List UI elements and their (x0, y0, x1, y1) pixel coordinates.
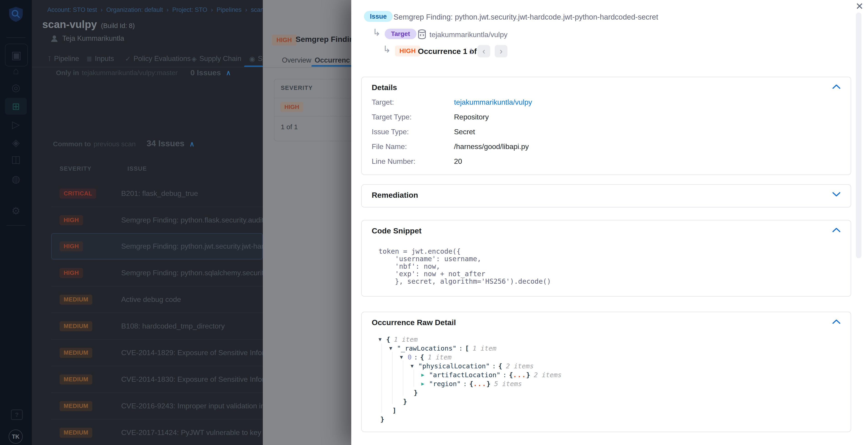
layers-icon: ◫ (11, 154, 21, 165)
item-count: 2 items (506, 362, 534, 370)
tab-security-tests[interactable]: ◉ S (249, 55, 262, 63)
item-count: 5 items (494, 380, 522, 388)
issues-table-header: SEVERITY ISSUE (60, 165, 147, 172)
breadcrumb: Account: STO test›Organization: default›… (47, 6, 263, 13)
code-snippet: token = jwt.encode({ 'username': usernam… (378, 247, 551, 285)
collapsed-ellipsis[interactable]: ... (513, 371, 526, 379)
section-title: Details (372, 83, 397, 92)
tab-label: S (258, 55, 262, 63)
tree-line: } (378, 415, 562, 424)
breadcrumb-pipelines-link[interactable]: Pipelines (217, 6, 242, 13)
expand-arrow-icon[interactable]: ▼ (400, 354, 408, 360)
brace: { (386, 335, 390, 343)
breadcrumb-separator: › (101, 6, 103, 13)
expand-arrow-icon[interactable]: ▼ (378, 336, 386, 342)
issue-title: CVE-2017-11424: PyJWT vulnerable to key … (121, 428, 263, 437)
table-row[interactable]: MEDIUM CVE-2017-11424: PyJWT vulnerable … (51, 419, 263, 445)
code-snippet-card: Code Snippet token = jwt.encode({ 'usern… (361, 220, 851, 297)
severity-badge[interactable]: HIGH (280, 102, 303, 112)
table-row[interactable]: HIGH Semgrep Finding: python.flask.secur… (51, 207, 263, 233)
tree-line: ▶"region":{...}5 items (378, 379, 562, 388)
column-issue: ISSUE (128, 165, 147, 172)
module-selector-button[interactable]: ▣ (5, 44, 28, 66)
chevron-down-icon[interactable] (832, 191, 841, 197)
target-link[interactable]: tejakummarikuntla/vulpy (454, 98, 532, 107)
common-to-sub: previous scan (94, 140, 136, 148)
detail-label: Target Type: (372, 113, 454, 121)
issue-drawer: HIGH Semgrep Findin Overview Occurrenc S… (263, 0, 351, 445)
sidebar-item-settings[interactable]: ⚙ (0, 206, 32, 216)
issue-title: B108: hardcoded_tmp_directory (121, 322, 225, 330)
sidebar-item-targets[interactable]: ◈ (0, 138, 32, 148)
close-icon[interactable]: ✕ (856, 1, 864, 12)
sidebar-item-test-targets[interactable]: ◫ (0, 154, 32, 164)
brace: { (469, 380, 473, 388)
sidebar-item-pipelines-active[interactable]: ⊞ (5, 98, 27, 115)
table-row[interactable]: MEDIUM Active debug code (51, 286, 263, 313)
expand-arrow-icon[interactable]: ▼ (389, 345, 397, 351)
collapsed-ellipsis[interactable]: ... (473, 380, 487, 388)
json-key: "artifactLocation" (429, 371, 500, 379)
tab-policy-evaluations[interactable]: ✓ Policy Evaluations (125, 55, 191, 63)
breadcrumb-account-link[interactable]: Account: STO test (47, 6, 97, 13)
pipeline-icon: ⊞ (12, 101, 20, 112)
bracket: [ (465, 345, 469, 352)
collapse-arrow-icon[interactable]: ▶ (421, 381, 429, 387)
sidebar-item-getting-started[interactable]: ◍ (0, 174, 32, 184)
sidebar-item-scans[interactable]: ◎ (0, 83, 32, 93)
tree-line: } (378, 388, 562, 397)
expand-arrow-icon[interactable]: ▼ (411, 363, 418, 369)
column-severity: SEVERITY (281, 84, 313, 91)
chevron-up-icon[interactable] (832, 227, 841, 233)
tab-supply-chain[interactable]: ◈ Supply Chain (191, 55, 241, 63)
occurrence-detail-modal: ✕ Issue Semgrep Finding: python.jwt.secu… (351, 0, 868, 445)
sidebar-item-home[interactable]: ⌂ (0, 66, 32, 76)
detail-row: File Name: /harness/good/libapi.py (372, 139, 841, 154)
table-row[interactable]: MEDIUM CVE-2014-1830: Exposure of Sensit… (51, 366, 263, 392)
modal-scrollbar[interactable] (856, 12, 861, 258)
table-row-selected[interactable]: HIGH Semgrep Finding: python.jwt.securit… (51, 233, 263, 259)
collapse-chevron-icon[interactable]: ∧ (189, 140, 194, 148)
target-badge: Target (385, 29, 416, 39)
table-row[interactable]: MEDIUM CVE-2016-9243: Improper input val… (51, 392, 263, 419)
table-row[interactable]: HIGH Semgrep Finding: python.sqlalchemy.… (51, 259, 263, 286)
json-tree: ▼{1 item ▼"_rawLocations":[1 item ▼0:{1 … (378, 335, 562, 424)
detail-value: 20 (454, 157, 462, 166)
sidebar-item-executions[interactable]: ▷ (0, 119, 32, 129)
occurrence-total: 1 (469, 47, 473, 56)
tab-inputs[interactable]: ≣ Inputs (86, 55, 114, 63)
table-row[interactable]: CRITICAL B201: flask_debug_true (51, 180, 263, 207)
table-row[interactable]: MEDIUM CVE-2014-1829: Exposure of Sensit… (51, 339, 263, 366)
breadcrumb-org-link[interactable]: Organization: default (106, 6, 163, 13)
tab-overview[interactable]: Overview (282, 56, 311, 64)
chevron-up-icon[interactable] (832, 319, 841, 324)
item-count: 2 items (534, 371, 562, 379)
tab-occurrences[interactable]: Occurrenc (315, 56, 350, 64)
colon: : (490, 362, 498, 370)
collapse-arrow-icon[interactable]: ▶ (421, 372, 429, 378)
chevron-right-icon: › (500, 47, 503, 56)
help-button[interactable]: ? (11, 410, 23, 420)
collapse-chevron-icon[interactable]: ∧ (226, 69, 231, 77)
chevron-up-icon[interactable] (832, 84, 841, 89)
issue-title: CVE-2014-1829: Exposure of Sensitive Inf… (121, 349, 263, 357)
tree-line: ▶"artifactLocation":{...}2 items (378, 370, 562, 379)
tab-pipeline[interactable]: ⊺ Pipeline (48, 55, 79, 63)
table-row[interactable]: MEDIUM B108: hardcoded_tmp_directory (51, 313, 263, 339)
detail-label: Issue Type: (372, 128, 454, 136)
colon: : (411, 353, 420, 361)
next-occurrence-button[interactable]: › (495, 45, 507, 57)
only-in-count: 0 Issues (190, 68, 221, 77)
breadcrumb-separator: › (211, 6, 213, 13)
target-icon: ◈ (12, 137, 20, 148)
severity-badge: HIGH (272, 35, 297, 46)
issue-title: B201: flask_debug_true (121, 189, 198, 198)
detail-value: Repository (454, 113, 489, 121)
issue-title: CVE-2016-9243: Improper input validation… (121, 402, 263, 410)
user-avatar[interactable]: TK (9, 429, 23, 444)
breadcrumb-project-link[interactable]: Project: STO (172, 6, 207, 13)
prev-occurrence-button[interactable]: ‹ (477, 45, 490, 57)
brace: { (509, 371, 513, 379)
severity-badge: HIGH (60, 268, 83, 278)
colon: : (500, 371, 509, 379)
